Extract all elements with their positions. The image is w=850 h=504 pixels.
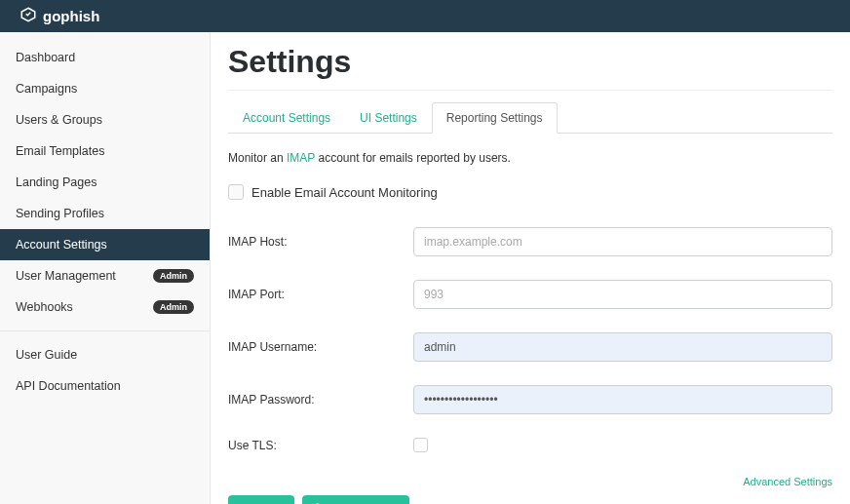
imap-username-input[interactable] — [413, 332, 832, 362]
sidebar-item-users-groups[interactable]: Users & Groups — [0, 104, 210, 136]
sidebar-item-user-guide[interactable]: User Guide — [0, 339, 210, 370]
save-button[interactable]: Save — [228, 495, 294, 504]
navbar: gophish — [0, 0, 850, 32]
imap-host-label: IMAP Host: — [228, 235, 413, 249]
brand-text: gophish — [43, 8, 99, 24]
use-tls-label: Use TLS: — [228, 439, 413, 452]
imap-link[interactable]: IMAP — [287, 151, 315, 165]
test-settings-button[interactable]: Test Settings — [302, 495, 409, 504]
sidebar-divider — [0, 330, 210, 331]
imap-password-input[interactable] — [413, 385, 832, 414]
tab-account-settings[interactable]: Account Settings — [228, 102, 345, 134]
button-row: Save Test Settings — [228, 495, 832, 504]
sidebar-item-sending-profiles[interactable]: Sending Profiles — [0, 198, 210, 229]
tab-reporting-settings[interactable]: Reporting Settings — [432, 102, 558, 134]
sidebar-item-dashboard[interactable]: Dashboard — [0, 42, 210, 73]
enable-monitoring-label: Enable Email Account Monitoring — [251, 185, 438, 200]
enable-monitoring-checkbox[interactable] — [228, 184, 244, 200]
brand[interactable]: gophish — [19, 6, 99, 26]
tabs: Account Settings UI Settings Reporting S… — [228, 102, 832, 134]
imap-host-input[interactable] — [413, 227, 832, 256]
brand-logo-icon — [19, 6, 37, 26]
sidebar-item-account-settings[interactable]: Account Settings — [0, 229, 210, 260]
sidebar-item-api-docs[interactable]: API Documentation — [0, 370, 210, 402]
advanced-settings-link[interactable]: Advanced Settings — [228, 476, 832, 487]
tab-ui-settings[interactable]: UI Settings — [345, 102, 432, 134]
main-content: Settings Account Settings UI Settings Re… — [211, 32, 850, 504]
sidebar-item-webhooks[interactable]: Webhooks Admin — [0, 291, 210, 323]
sidebar-item-landing-pages[interactable]: Landing Pages — [0, 167, 210, 198]
admin-badge: Admin — [153, 300, 194, 314]
sidebar-item-campaigns[interactable]: Campaigns — [0, 73, 210, 104]
imap-password-label: IMAP Password: — [228, 393, 413, 407]
sidebar: Dashboard Campaigns Users & Groups Email… — [0, 32, 211, 504]
enable-monitoring-row: Enable Email Account Monitoring — [228, 184, 832, 200]
use-tls-checkbox[interactable] — [413, 438, 428, 452]
helptext: Monitor an IMAP account for emails repor… — [228, 151, 832, 165]
imap-port-input[interactable] — [413, 280, 832, 309]
sidebar-item-user-management[interactable]: User Management Admin — [0, 260, 210, 291]
admin-badge: Admin — [153, 269, 194, 283]
imap-port-label: IMAP Port: — [228, 288, 413, 301]
sidebar-item-email-templates[interactable]: Email Templates — [0, 136, 210, 167]
page-title: Settings — [228, 44, 832, 91]
imap-username-label: IMAP Username: — [228, 340, 413, 354]
